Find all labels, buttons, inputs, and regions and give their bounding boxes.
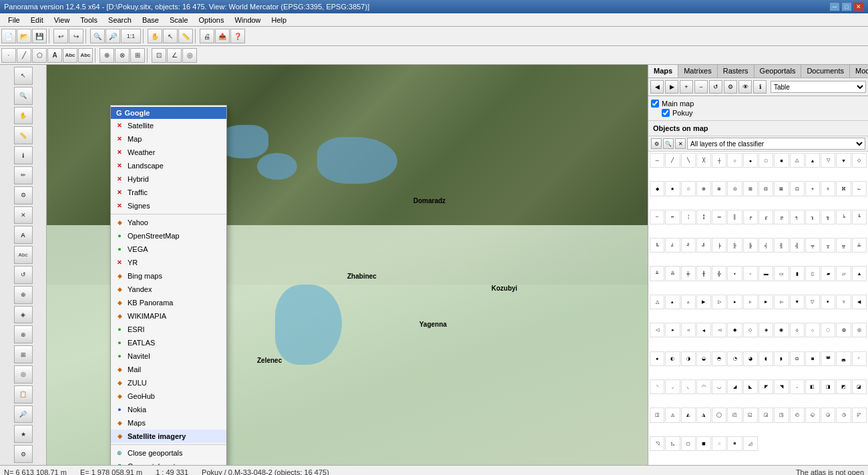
symbol-cell-98[interactable]: ● (650, 351, 664, 366)
symbol-cell-93[interactable]: ◊ (790, 323, 805, 337)
symbol-cell-66[interactable]: ▯ (805, 266, 820, 281)
sidebar-settings2[interactable]: ⚙ (14, 445, 33, 463)
menu-item-search[interactable]: Search (103, 15, 137, 25)
main-map-checkbox[interactable] (651, 100, 659, 108)
symbol-cell-20[interactable]: ⊞ (743, 181, 758, 196)
ctx-navitel[interactable]: ● Navitel (111, 349, 226, 363)
symbol-cell-65[interactable]: ▮ (790, 266, 805, 281)
menu-item-view[interactable]: View (49, 15, 75, 25)
tab-rasters[interactable]: Rasters (718, 65, 754, 77)
symbol-cell-54[interactable]: ╦ (836, 238, 851, 253)
ctx-geohub[interactable]: ◆ GeoHub (111, 389, 226, 403)
draw-text2[interactable]: Abc (63, 48, 77, 63)
symbol-cell-138[interactable]: ◷ (836, 408, 851, 422)
ctx-traffic[interactable]: ✕ Traffic (111, 186, 226, 199)
symbol-cell-136[interactable]: ◵ (805, 408, 820, 422)
sidebar-info[interactable]: ℹ (14, 146, 33, 164)
symbol-cell-72[interactable]: ▵ (681, 295, 696, 309)
symbol-cell-31[interactable]: ╏ (696, 210, 711, 224)
symbol-cell-112[interactable]: ◝ (650, 379, 664, 394)
symbol-cell-144[interactable]: ◽ (712, 436, 726, 451)
symbol-cell-37[interactable]: ╕ (790, 210, 805, 224)
symbol-cell-49[interactable]: ╡ (758, 238, 773, 253)
symbol-cell-107[interactable]: ◘ (790, 351, 805, 366)
symbol-cell-96[interactable]: ◍ (836, 323, 851, 337)
symbol-cell-73[interactable]: ▶ (696, 295, 711, 309)
symbol-cell-19[interactable]: ⊙ (727, 181, 742, 196)
sidebar-label2[interactable]: Abc (14, 246, 33, 264)
symbol-cell-105[interactable]: ◖ (758, 351, 773, 366)
sidebar-rotate[interactable]: ↺ (14, 266, 33, 284)
symbol-cell-125[interactable]: ◪ (852, 379, 867, 394)
undo-button[interactable]: ↩ (53, 29, 68, 43)
menu-item-options[interactable]: Options (194, 15, 230, 25)
symbol-cell-141[interactable]: ◺ (665, 436, 680, 451)
symbol-cell-139[interactable]: ◸ (852, 408, 867, 422)
symbol-cell-109[interactable]: ◚ (821, 351, 835, 366)
pan-button[interactable]: ✋ (148, 29, 162, 43)
redo-button[interactable]: ↪ (69, 29, 83, 43)
symbol-cell-61[interactable]: ▪ (727, 266, 742, 281)
symbol-cell-55[interactable]: ╧ (852, 238, 867, 253)
export-button[interactable]: 📤 (215, 29, 230, 43)
rt-remove[interactable]: − (694, 80, 708, 94)
sidebar-snap[interactable]: ⊕ (14, 286, 33, 304)
symbol-cell-118[interactable]: ◣ (743, 379, 758, 394)
symbol-cell-91[interactable]: ◈ (758, 323, 773, 337)
filter-btn2[interactable]: 🔍 (663, 138, 674, 149)
draw-text[interactable]: A (47, 48, 62, 63)
symbol-cell-9[interactable]: △ (790, 153, 805, 168)
symbol-cell-75[interactable]: ▸ (727, 295, 742, 309)
symbol-cell-81[interactable]: ▾ (821, 295, 835, 309)
ctx-nokia[interactable]: ● Nokia (111, 403, 226, 416)
symbol-cell-63[interactable]: ▬ (758, 266, 773, 281)
symbol-cell-100[interactable]: ◑ (681, 351, 696, 366)
symbol-cell-33[interactable]: ║ (727, 210, 742, 224)
rt-back[interactable]: ◀ (650, 80, 664, 94)
symbol-cell-14[interactable]: ◆ (650, 181, 664, 196)
ctx-map[interactable]: ✕ Map (111, 132, 226, 146)
symbol-cell-57[interactable]: ╩ (665, 266, 680, 281)
ctx-satellite[interactable]: ✕ Satellite (111, 119, 226, 132)
symbol-cell-95[interactable]: ◌ (821, 323, 835, 337)
symbol-cell-143[interactable]: ◼ (696, 436, 711, 451)
symbol-cell-0[interactable]: ─ (650, 153, 664, 168)
rt-settings[interactable]: ⚙ (724, 80, 737, 94)
symbol-cell-83[interactable]: ◀ (852, 295, 867, 309)
ctx-weather[interactable]: ✕ Weather (111, 146, 226, 159)
symbol-cell-86[interactable]: ◃ (681, 323, 696, 337)
symbol-cell-140[interactable]: ◹ (650, 436, 664, 451)
menu-item-base[interactable]: Base (137, 15, 164, 25)
symbol-cell-106[interactable]: ◗ (774, 351, 789, 366)
zoom-in-button[interactable]: 🔍 (90, 29, 105, 43)
symbol-cell-43[interactable]: ╛ (665, 238, 680, 253)
symbol-cell-45[interactable]: ╝ (696, 238, 711, 253)
symbol-cell-47[interactable]: ╟ (727, 238, 742, 253)
symbol-cell-17[interactable]: ⊕ (696, 181, 711, 196)
symbol-cell-117[interactable]: ◢ (727, 379, 742, 394)
symbol-cell-114[interactable]: ◟ (681, 379, 696, 394)
symbol-cell-89[interactable]: ◆ (727, 323, 742, 337)
symbol-cell-122[interactable]: ◧ (805, 379, 820, 394)
symbol-cell-11[interactable]: ▽ (821, 153, 835, 168)
symbol-cell-113[interactable]: ◞ (665, 379, 680, 394)
symbol-cell-74[interactable]: ▷ (712, 295, 726, 309)
ctx-wikimapia[interactable]: ◆ WIKIMAPIA (111, 309, 226, 323)
symbol-cell-48[interactable]: ╠ (743, 238, 758, 253)
help-button[interactable]: ❓ (230, 29, 245, 43)
symbol-cell-51[interactable]: ╣ (790, 238, 805, 253)
sidebar-edit[interactable]: ⚙ (14, 186, 33, 204)
symbol-cell-36[interactable]: ╔ (774, 210, 789, 224)
symbol-cell-69[interactable]: ▲ (852, 266, 867, 281)
symbol-cell-103[interactable]: ◔ (727, 351, 742, 366)
symbol-cell-70[interactable]: △ (650, 295, 664, 309)
symbol-cell-40[interactable]: ╘ (836, 210, 851, 224)
sidebar-select[interactable]: ↖ (14, 67, 33, 85)
symbol-cell-92[interactable]: ◉ (774, 323, 789, 337)
ctx-signes[interactable]: ✕ Signes (111, 199, 226, 212)
symbol-cell-133[interactable]: ◲ (758, 408, 773, 422)
symbol-cell-146[interactable]: ◿ (743, 436, 758, 451)
ctx-eatlas[interactable]: ● EATLAS (111, 336, 226, 349)
zoom-out-button[interactable]: 🔎 (105, 29, 120, 43)
draw-polygon[interactable]: ⬠ (32, 48, 47, 63)
